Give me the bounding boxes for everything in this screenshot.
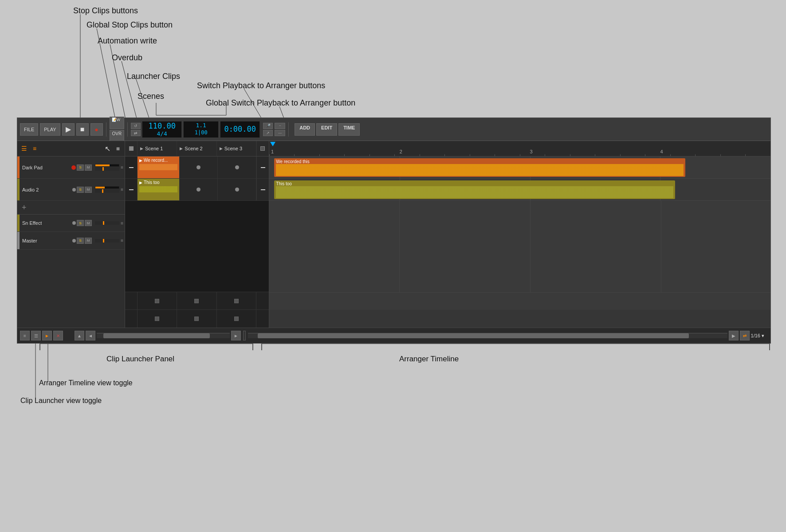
- time-display: 0:00.00: [220, 121, 260, 138]
- scene-3-button[interactable]: ▶ Scene 3: [217, 141, 256, 156]
- loop-btn-2[interactable]: —: [275, 130, 285, 136]
- list-icon[interactable]: ☰: [31, 331, 41, 340]
- scene-2-button[interactable]: ▶ Scene 2: [177, 141, 216, 156]
- switch-slot-t1[interactable]: [256, 156, 269, 178]
- track-controls-dark-pad: S M: [71, 164, 92, 171]
- fader-master[interactable]: [95, 239, 119, 243]
- solo-btn-sn-effect[interactable]: S: [77, 220, 84, 226]
- arranger-track-1: We recorded this: [269, 156, 770, 179]
- toolbar-sep-3: [288, 122, 289, 137]
- clip-waveform-t1-s1: [139, 164, 177, 170]
- fader-area-sn-effect: [95, 221, 119, 225]
- track-color-audio2: [17, 179, 20, 200]
- punch-in-icon[interactable]: ↗: [263, 130, 273, 136]
- hamburger-dark-pad[interactable]: ≡: [121, 165, 123, 170]
- clip-dot-t1-s2: [196, 165, 200, 169]
- global-stop-icon[interactable]: [129, 146, 134, 151]
- mute-btn-audio2[interactable]: M: [85, 187, 92, 193]
- loop-btn-1[interactable]: ~: [275, 123, 285, 129]
- track-controls-master: S M: [72, 238, 92, 244]
- back-to-start-icon[interactable]: ↺: [131, 123, 141, 129]
- play-label-btn[interactable]: PLAY: [40, 123, 60, 136]
- solo-btn-dark-pad[interactable]: S: [77, 164, 84, 171]
- time-button[interactable]: TIME: [338, 123, 360, 136]
- mute-btn-sn-effect[interactable]: M: [85, 220, 92, 226]
- stop-clips-buttons-label: Stop Clips buttons: [73, 6, 138, 16]
- clip-master-s3[interactable]: [217, 310, 256, 328]
- add-track-button[interactable]: +: [17, 201, 125, 214]
- clip-sn-s3[interactable]: [217, 292, 256, 309]
- clip-slot-t2-s2[interactable]: [180, 179, 218, 200]
- timeline-ruler: 1 2 3 4: [269, 141, 770, 156]
- arranger-empty-area: [269, 201, 770, 292]
- clip-sn-s2[interactable]: [177, 292, 216, 309]
- empty-clip-slots: [125, 201, 269, 292]
- solo-btn-audio2[interactable]: S: [77, 187, 84, 193]
- overdub-button[interactable]: OVR: [110, 130, 125, 142]
- rec-dot-sn-effect[interactable]: [72, 221, 76, 225]
- arranger-scroll-thumb: [258, 333, 689, 338]
- mute-btn-master[interactable]: M: [85, 238, 92, 244]
- arranger-scrollbar[interactable]: [248, 333, 727, 338]
- hamburger-master[interactable]: ≡: [121, 238, 123, 243]
- arranger-play-btn[interactable]: ▶: [729, 331, 739, 340]
- stop-slot-t1[interactable]: [125, 156, 138, 178]
- mute-btn-dark-pad[interactable]: M: [85, 164, 92, 171]
- hamburger-audio2[interactable]: ≡: [121, 187, 123, 192]
- scene-1-button[interactable]: ▶ Scene 1: [138, 141, 177, 156]
- metronome-icon[interactable]: 🎤: [263, 123, 273, 129]
- cursor-icon[interactable]: ↖: [103, 145, 111, 153]
- clip-master-s2[interactable]: [177, 310, 216, 328]
- clip-slot-t2-s3[interactable]: [218, 179, 256, 200]
- rec-dot-master[interactable]: [72, 239, 76, 243]
- clip-master-s1[interactable]: [138, 310, 177, 328]
- switch-playback-header: [256, 141, 269, 156]
- automation-write-button[interactable]: 📝W: [110, 117, 125, 129]
- add-button[interactable]: ADD: [295, 123, 315, 136]
- hamburger-sn-effect[interactable]: ≡: [121, 221, 123, 226]
- next-icon[interactable]: ►: [231, 331, 241, 340]
- clip-slot-t1-s1[interactable]: ▶ We record...: [138, 156, 180, 178]
- prev-icon[interactable]: ◄: [86, 331, 95, 340]
- clip-sn-s1[interactable]: [138, 292, 177, 309]
- meter-fill-audio2: [95, 187, 105, 188]
- fader-audio2[interactable]: [95, 189, 119, 193]
- file-button[interactable]: FILE: [20, 123, 38, 136]
- quantize-display[interactable]: 1/16 ▾: [751, 333, 768, 339]
- toolbar-sep-2: [127, 122, 128, 137]
- clip-slot-t1-s3[interactable]: [218, 156, 256, 178]
- rec-dot-audio2[interactable]: [72, 188, 76, 192]
- fold-icon[interactable]: ≡: [20, 331, 30, 340]
- record-button[interactable]: ●: [90, 123, 103, 136]
- meter-audio2: [95, 186, 119, 189]
- arranger-scroll-left-btn[interactable]: [243, 331, 246, 340]
- stop-button[interactable]: ■: [76, 123, 89, 136]
- grid-icon[interactable]: ☰: [20, 145, 28, 153]
- clip-sn-s2-sq: [194, 299, 199, 303]
- scene-2-label: Scene 2: [185, 146, 202, 151]
- equal-icon[interactable]: ≡: [31, 145, 39, 153]
- up-icon[interactable]: ▲: [75, 331, 84, 340]
- close-icon[interactable]: ✕: [53, 331, 63, 340]
- loop-icon[interactable]: ⇄: [131, 130, 141, 136]
- edit-button[interactable]: EDIT: [316, 123, 337, 136]
- stop-slot-t2[interactable]: [125, 179, 138, 200]
- global-switch-playback-icon[interactable]: [260, 146, 265, 151]
- clip-launcher-scrollbar[interactable]: [97, 333, 230, 338]
- rec-dot-dark-pad[interactable]: [71, 165, 76, 170]
- arranger-clip-t2[interactable]: This too: [274, 180, 675, 199]
- arranger-clip-t1[interactable]: We recorded this: [274, 158, 685, 177]
- play-button[interactable]: ▶: [62, 123, 75, 136]
- clip-slot-t1-s2[interactable]: [180, 156, 218, 178]
- loop-sync-icon[interactable]: ⇄: [740, 331, 750, 340]
- clip-slot-t2-s1[interactable]: ▶ This too: [138, 179, 180, 200]
- track-panel-header: ☰ ≡ ↖ ■: [17, 141, 125, 156]
- fader-dark-pad[interactable]: [95, 167, 119, 171]
- solo-btn-master[interactable]: S: [77, 238, 84, 244]
- stop-icon-header[interactable]: ■: [114, 145, 122, 153]
- toolbar-sep-1: [106, 122, 106, 137]
- fader-sn-effect[interactable]: [95, 221, 119, 225]
- tag-icon[interactable]: ►: [42, 331, 52, 340]
- add-edit-buttons: ADD EDIT TIME: [295, 123, 360, 136]
- switch-slot-t2[interactable]: [256, 179, 269, 200]
